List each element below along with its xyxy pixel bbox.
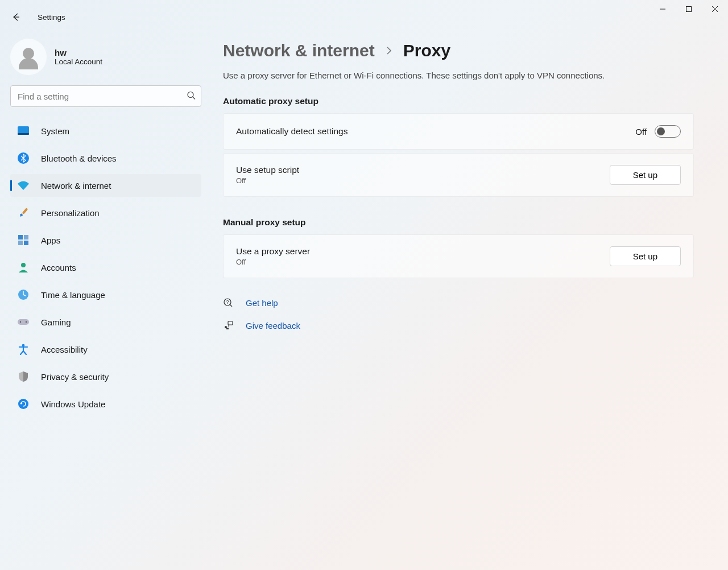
bluetooth-icon bbox=[17, 152, 30, 164]
sidebar-item-bluetooth[interactable]: Bluetooth & devices bbox=[10, 147, 201, 170]
sidebar-item-label: Privacy & security bbox=[41, 372, 109, 382]
svg-point-15 bbox=[21, 263, 26, 267]
auto-detect-toggle[interactable] bbox=[655, 125, 681, 138]
user-subtitle: Local Account bbox=[55, 57, 102, 66]
search-field[interactable] bbox=[10, 85, 201, 107]
proxy-server-label: Use a proxy server bbox=[236, 246, 310, 257]
card-auto-detect: Automatically detect settings Off bbox=[223, 113, 694, 150]
svg-rect-26 bbox=[226, 328, 229, 329]
sidebar-item-windows-update[interactable]: Windows Update bbox=[10, 393, 201, 415]
window-minimize-button[interactable] bbox=[650, 0, 676, 18]
sidebar-nav: System Bluetooth & devices Network & int… bbox=[10, 119, 201, 415]
sidebar-item-accessibility[interactable]: Accessibility bbox=[10, 338, 201, 361]
sidebar-item-label: Accessibility bbox=[41, 345, 88, 354]
topbar: Settings bbox=[10, 8, 65, 26]
card-setup-script: Use setup script Off Set up bbox=[223, 153, 694, 197]
svg-text:?: ? bbox=[226, 299, 229, 305]
svg-rect-11 bbox=[18, 235, 23, 239]
chevron-right-icon bbox=[385, 44, 393, 57]
feedback-icon bbox=[223, 320, 233, 331]
svg-rect-14 bbox=[24, 241, 28, 245]
svg-rect-13 bbox=[18, 241, 23, 245]
auto-detect-label: Automatically detect settings bbox=[236, 126, 348, 137]
sidebar-item-apps[interactable]: Apps bbox=[10, 229, 201, 251]
breadcrumb: Network & internet Proxy bbox=[223, 41, 694, 60]
person-icon bbox=[17, 261, 30, 274]
feedback-row: Give feedback bbox=[223, 317, 694, 334]
sidebar-item-label: Personalization bbox=[41, 208, 100, 218]
section-title-automatic: Automatic proxy setup bbox=[223, 96, 694, 106]
svg-rect-27 bbox=[228, 321, 233, 325]
svg-point-18 bbox=[20, 321, 21, 323]
sidebar: hw Local Account System Bluetooth & devi… bbox=[0, 33, 212, 570]
sidebar-item-label: Accounts bbox=[41, 263, 76, 272]
paintbrush-icon bbox=[17, 206, 30, 219]
setup-script-button[interactable]: Set up bbox=[610, 165, 681, 185]
breadcrumb-current: Proxy bbox=[403, 41, 450, 60]
svg-line-24 bbox=[230, 304, 232, 307]
svg-rect-10 bbox=[22, 208, 28, 214]
svg-rect-12 bbox=[24, 235, 28, 239]
sidebar-item-network[interactable]: Network & internet bbox=[10, 174, 201, 197]
svg-point-21 bbox=[18, 399, 28, 409]
page-description: Use a proxy server for Ethernet or Wi-Fi… bbox=[223, 71, 694, 80]
get-help-link[interactable]: Get help bbox=[246, 298, 278, 308]
setup-script-label: Use setup script bbox=[236, 165, 299, 175]
gamepad-icon bbox=[17, 316, 30, 328]
help-row: ? Get help bbox=[223, 294, 694, 311]
window-close-button[interactable] bbox=[702, 0, 728, 18]
svg-line-6 bbox=[193, 97, 195, 100]
window-controls bbox=[650, 0, 728, 18]
sidebar-item-label: Apps bbox=[41, 236, 60, 245]
breadcrumb-parent[interactable]: Network & internet bbox=[223, 41, 375, 60]
clock-globe-icon bbox=[17, 288, 30, 301]
sidebar-item-label: Network & internet bbox=[41, 181, 111, 191]
section-title-manual: Manual proxy setup bbox=[223, 217, 694, 228]
help-icon: ? bbox=[223, 298, 233, 308]
update-icon bbox=[17, 398, 30, 410]
back-button[interactable] bbox=[10, 11, 22, 23]
give-feedback-link[interactable]: Give feedback bbox=[246, 321, 300, 331]
svg-point-5 bbox=[188, 92, 193, 98]
svg-point-19 bbox=[26, 321, 27, 323]
svg-point-20 bbox=[22, 344, 25, 347]
sidebar-item-label: Bluetooth & devices bbox=[41, 154, 117, 163]
setup-script-sub: Off bbox=[236, 176, 299, 185]
card-proxy-server: Use a proxy server Off Set up bbox=[223, 234, 694, 278]
svg-rect-17 bbox=[18, 319, 29, 325]
sidebar-item-label: System bbox=[41, 126, 69, 136]
main-content: Network & internet Proxy Use a proxy ser… bbox=[212, 33, 728, 570]
sidebar-item-label: Gaming bbox=[41, 317, 71, 327]
user-name: hw bbox=[55, 48, 102, 57]
sidebar-item-label: Time & language bbox=[41, 290, 105, 300]
proxy-server-button[interactable]: Set up bbox=[610, 246, 681, 266]
svg-rect-7 bbox=[18, 126, 29, 134]
svg-rect-8 bbox=[18, 133, 29, 135]
sidebar-item-system[interactable]: System bbox=[10, 119, 201, 142]
apps-icon bbox=[17, 234, 30, 246]
app-title: Settings bbox=[38, 13, 65, 22]
user-block[interactable]: hw Local Account bbox=[10, 38, 201, 85]
sidebar-item-label: Windows Update bbox=[41, 399, 105, 409]
window-maximize-button[interactable] bbox=[676, 0, 702, 18]
shield-icon bbox=[17, 370, 30, 383]
sidebar-item-gaming[interactable]: Gaming bbox=[10, 311, 201, 333]
system-icon bbox=[17, 125, 30, 137]
sidebar-item-accounts[interactable]: Accounts bbox=[10, 256, 201, 279]
wifi-icon bbox=[17, 179, 30, 192]
search-input[interactable] bbox=[10, 85, 201, 107]
auto-detect-state-label: Off bbox=[635, 127, 647, 137]
search-icon[interactable] bbox=[187, 91, 196, 102]
sidebar-item-personalization[interactable]: Personalization bbox=[10, 201, 201, 224]
sidebar-item-time-language[interactable]: Time & language bbox=[10, 283, 201, 306]
svg-rect-1 bbox=[686, 7, 692, 12]
accessibility-icon bbox=[17, 343, 30, 356]
avatar bbox=[10, 39, 47, 75]
proxy-server-sub: Off bbox=[236, 258, 310, 266]
sidebar-item-privacy[interactable]: Privacy & security bbox=[10, 365, 201, 388]
